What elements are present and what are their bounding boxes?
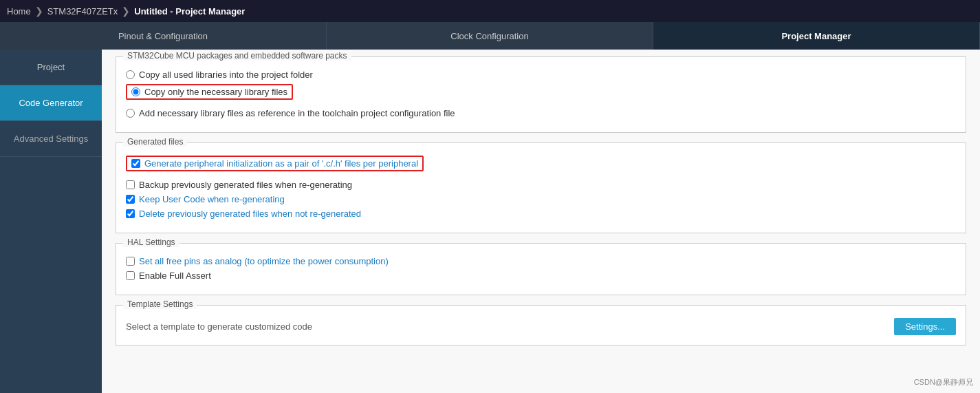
tab-project-manager[interactable]: Project Manager (653, 22, 980, 50)
generated-section-content: Generate peripheral initialization as a … (126, 156, 956, 219)
gen-option-2: Backup previously generated files when r… (126, 180, 956, 190)
breadcrumb-chip[interactable]: STM32F407ZETx (47, 6, 118, 17)
breadcrumb-title: Untitled - Project Manager (134, 6, 245, 17)
mcu-section-title: STM32Cube MCU packages and embedded soft… (123, 51, 351, 61)
settings-button[interactable]: Settings... (894, 318, 956, 335)
gen-checkbox-4[interactable] (126, 209, 135, 218)
template-section-title: Template Settings (123, 299, 197, 309)
breadcrumb-sep-2: ❯ (122, 6, 130, 17)
mcu-label-2: Copy only the necessary library files (144, 87, 287, 97)
mcu-option-2-highlighted: Copy only the necessary library files (126, 84, 293, 100)
sidebar-item-code-generator[interactable]: Code Generator (0, 85, 102, 121)
gen-label-2: Backup previously generated files when r… (139, 180, 352, 190)
gen-checkbox-3[interactable] (126, 195, 135, 204)
breadcrumb-home[interactable]: Home (7, 6, 31, 17)
mcu-section: STM32Cube MCU packages and embedded soft… (116, 56, 966, 133)
gen-checkbox-2[interactable] (126, 180, 135, 189)
mcu-radio-3[interactable] (126, 109, 135, 118)
tab-pinout[interactable]: Pinout & Configuration (0, 22, 327, 50)
mcu-option-3: Add necessary library files as reference… (126, 108, 956, 118)
mcu-radio-2[interactable] (131, 87, 140, 96)
hal-option-2: Enable Full Assert (126, 270, 956, 281)
hal-checkbox-2[interactable] (126, 271, 135, 280)
gen-option-3: Keep User Code when re-generating (126, 194, 956, 204)
mcu-label-3: Add necessary library files as reference… (139, 108, 455, 118)
template-section: Template Settings Select a template to g… (116, 305, 966, 346)
hal-option-1: Set all free pins as analog (to optimize… (126, 256, 956, 266)
sidebar-item-advanced-settings[interactable]: Advanced Settings (0, 121, 102, 157)
template-label: Select a template to generate customized… (126, 321, 312, 332)
template-section-content: Select a template to generate customized… (126, 318, 956, 335)
sidebar-item-project[interactable]: Project (0, 50, 102, 85)
gen-label-4: Delete previously generated files when n… (139, 209, 361, 219)
generated-section-title: Generated files (123, 137, 187, 147)
tab-clock[interactable]: Clock Configuration (327, 22, 653, 50)
gen-option-4: Delete previously generated files when n… (126, 209, 956, 219)
main-layout: Project Code Generator Advanced Settings… (0, 50, 980, 393)
generated-section: Generated files Generate peripheral init… (116, 142, 966, 233)
breadcrumb-sep-1: ❯ (35, 6, 43, 17)
mcu-section-content: Copy all used libraries into the project… (126, 70, 956, 118)
gen-checkbox-1[interactable] (131, 159, 140, 168)
hal-section: HAL Settings Set all free pins as analog… (116, 243, 966, 295)
content-area: STM32Cube MCU packages and embedded soft… (102, 50, 980, 393)
hal-section-title: HAL Settings (123, 237, 179, 247)
top-nav: Home ❯ STM32F407ZETx ❯ Untitled - Projec… (0, 0, 980, 22)
mcu-radio-1[interactable] (126, 70, 135, 79)
mcu-label-1: Copy all used libraries into the project… (139, 70, 313, 80)
mcu-option-1: Copy all used libraries into the project… (126, 70, 956, 80)
gen-label-3: Keep User Code when re-generating (139, 194, 285, 204)
hal-label-1: Set all free pins as analog (to optimize… (139, 256, 389, 266)
tab-bar: Pinout & Configuration Clock Configurati… (0, 22, 980, 50)
hal-checkbox-1[interactable] (126, 257, 135, 266)
hal-section-content: Set all free pins as analog (to optimize… (126, 256, 956, 281)
gen-option-1-highlighted: Generate peripheral initialization as a … (126, 156, 424, 171)
gen-label-1: Generate peripheral initialization as a … (144, 158, 418, 169)
hal-label-2: Enable Full Assert (139, 270, 211, 281)
sidebar: Project Code Generator Advanced Settings (0, 50, 102, 393)
